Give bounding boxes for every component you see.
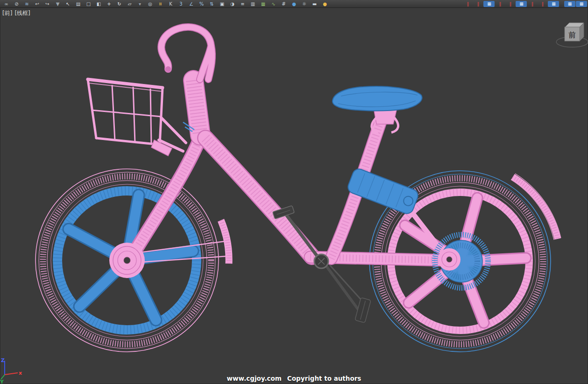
handlebar[interactable] [161, 27, 212, 79]
front-axle [124, 257, 130, 264]
angle-snap-icon[interactable]: ∠ [186, 1, 196, 7]
kickstand-leg-1[interactable] [327, 267, 358, 309]
red-bars-icon-1[interactable]: ∥ [463, 1, 473, 7]
undo-icon[interactable]: ↩ [32, 1, 42, 7]
selection-filter-icon[interactable]: ▼ [53, 1, 63, 7]
blue-grid-icon-2[interactable]: ▦ [516, 1, 527, 7]
align-icon[interactable]: ≡ [238, 1, 248, 7]
red-bars-icon-3[interactable]: ∥ [495, 1, 505, 7]
use-pivot-center-icon[interactable]: ◎ [145, 1, 155, 7]
layer-manager-icon[interactable]: ▥ [248, 1, 258, 7]
render-production-icon[interactable]: ● [320, 1, 330, 7]
spinner-snap-icon[interactable]: ⇅ [207, 1, 217, 7]
rear-axle [446, 257, 452, 262]
reference-coordinate-icon[interactable]: ▾ [135, 1, 145, 7]
select-and-scale-icon[interactable]: ▱ [125, 1, 135, 7]
kickstand-leg-2[interactable] [330, 265, 364, 303]
select-and-link-icon[interactable]: ∞ [1, 1, 11, 7]
select-and-rotate-icon[interactable]: ↻ [114, 1, 124, 7]
schematic-view-icon[interactable]: # [279, 1, 289, 7]
watermark-site: www.cgjoy.com [227, 375, 282, 382]
blue-grid-icon-5[interactable]: ▦ [576, 1, 587, 7]
kickstand-foot[interactable] [355, 298, 371, 323]
basket-mount-bar-1[interactable] [161, 118, 186, 143]
viewport-view-label[interactable]: [前] [2, 9, 12, 17]
selection-region-icon[interactable]: □ [84, 1, 93, 7]
viewcube-front-label: 前 [568, 31, 576, 39]
basket-left-post[interactable] [88, 79, 96, 138]
unlink-selection-icon[interactable]: ⊘ [12, 1, 21, 7]
red-bars-icon-4[interactable]: ∥ [505, 1, 515, 7]
render-setup-icon[interactable]: ☼ [299, 1, 309, 7]
viewport-canvas[interactable]: 前 Z x Y [0, 0, 588, 384]
edit-selection-sets-icon[interactable]: ▣ [217, 1, 227, 7]
rendered-frame-icon[interactable]: ▬ [310, 1, 319, 7]
select-and-manipulate-icon[interactable]: ¤ [156, 1, 165, 7]
axis-x-label: x [19, 370, 22, 376]
material-editor-icon[interactable]: ● [289, 1, 299, 7]
viewport-shading-label[interactable]: [线框] [14, 9, 30, 17]
keyboard-override-icon[interactable]: K [166, 1, 176, 7]
viewcube[interactable]: 前 [556, 23, 588, 47]
graphite-ribbon-icon[interactable]: ▦ [258, 1, 268, 7]
redo-icon[interactable]: ↪ [43, 1, 52, 7]
red-bars-icon-2[interactable]: ∥ [473, 1, 483, 7]
blue-grid-icon-3[interactable]: ▦ [548, 1, 559, 7]
viewport-label[interactable]: [前] [线框] [2, 9, 30, 17]
blue-grid-icon-1[interactable]: ▦ [483, 1, 495, 7]
bind-to-space-warp-icon[interactable]: ≋ [22, 1, 32, 7]
snaps-toggle-icon[interactable]: 3 [176, 1, 186, 7]
select-object-icon[interactable]: ↖ [63, 1, 73, 7]
blue-grid-icon-4[interactable]: ▦ [564, 1, 575, 7]
saddle[interactable] [333, 86, 422, 111]
window-crossing-icon[interactable]: ◧ [94, 1, 104, 7]
axis-y-label: Y [0, 379, 4, 384]
percent-snap-icon[interactable]: % [197, 1, 206, 7]
basket[interactable] [88, 79, 186, 156]
application-window: ∞⊘≋↩↪▼↖▤□◧+↻▱▾◎¤K3∠%⇅▣◑≡▥▦∿#●☼▬●∥∥▦∥∥▦∥∥… [0, 0, 588, 384]
mirror-icon[interactable]: ◑ [227, 1, 237, 7]
watermark: www.cgjoy.com Copyright to authors [227, 375, 361, 382]
axis-x-line [5, 373, 18, 375]
basket-bottom-rail[interactable] [96, 138, 160, 145]
handlebar-grip-end [165, 66, 171, 72]
world-axis-gizmo: Z x Y [0, 357, 22, 384]
watermark-rights: Copyright to authors [287, 375, 361, 382]
axis-z-label: Z [1, 357, 5, 363]
select-and-move-icon[interactable]: + [104, 1, 114, 7]
main-toolbar: ∞⊘≋↩↪▼↖▤□◧+↻▱▾◎¤K3∠%⇅▣◑≡▥▦∿#●☼▬●∥∥▦∥∥▦∥∥… [0, 0, 588, 8]
curve-editor-icon[interactable]: ∿ [269, 1, 278, 7]
red-bars-icon-6[interactable]: ∥ [538, 1, 547, 7]
basket-top-rail[interactable] [88, 79, 163, 88]
select-by-name-icon[interactable]: ▤ [73, 1, 83, 7]
red-bars-icon-5[interactable]: ∥ [527, 1, 537, 7]
